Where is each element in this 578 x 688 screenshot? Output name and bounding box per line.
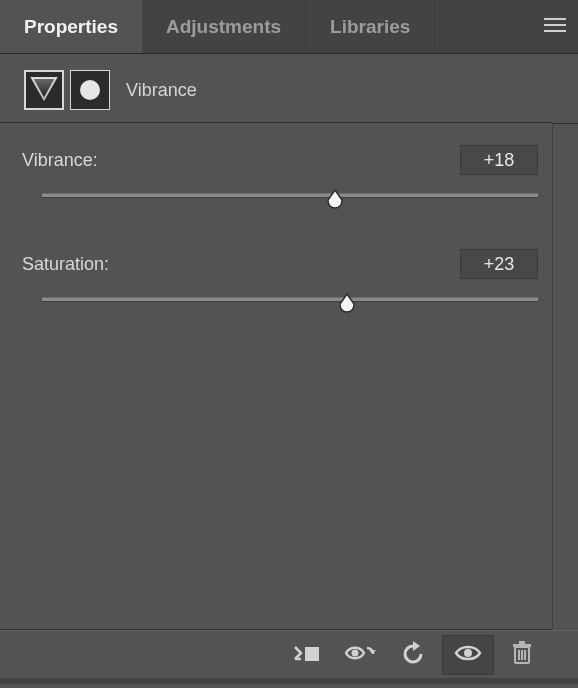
adjustment-header: Vibrance (0, 54, 578, 122)
svg-rect-5 (305, 647, 319, 661)
clip-to-layer-button[interactable] (280, 635, 332, 675)
vibrance-icon (30, 75, 58, 105)
reset-icon (401, 641, 427, 669)
vibrance-value-input[interactable]: +18 (460, 145, 538, 175)
mask-icon (80, 80, 100, 100)
vibrance-slider-handle[interactable] (325, 188, 345, 210)
scroll-gutter (552, 123, 578, 629)
tabbar-spacer (435, 0, 532, 53)
eye-icon (454, 643, 482, 667)
properties-body: Vibrance: +18 Saturation: +23 (0, 122, 552, 630)
visibility-toggle-button[interactable] (442, 635, 494, 675)
svg-point-6 (352, 649, 359, 656)
layer-mask-thumbnail[interactable] (70, 70, 110, 110)
vibrance-row: Vibrance: +18 (22, 145, 540, 215)
menu-icon (544, 18, 566, 36)
adjustment-title: Vibrance (126, 80, 197, 101)
svg-marker-4 (32, 78, 56, 99)
delete-button[interactable] (496, 635, 548, 675)
saturation-value: +23 (484, 254, 515, 275)
saturation-slider[interactable] (42, 297, 538, 319)
reset-button[interactable] (388, 635, 440, 675)
slider-track (42, 297, 538, 302)
saturation-row: Saturation: +23 (22, 249, 540, 319)
slider-track (42, 193, 538, 198)
tab-properties[interactable]: Properties (0, 0, 142, 53)
saturation-slider-handle[interactable] (337, 292, 357, 314)
saturation-label: Saturation: (22, 254, 109, 275)
svg-rect-1 (544, 24, 566, 26)
vibrance-slider[interactable] (42, 193, 538, 215)
panel-bottom-edge (0, 678, 578, 684)
saturation-value-input[interactable]: +23 (460, 249, 538, 279)
svg-rect-2 (544, 30, 566, 32)
svg-marker-8 (413, 641, 420, 651)
view-previous-state-button[interactable] (334, 635, 386, 675)
svg-rect-0 (544, 18, 566, 20)
clip-icon (291, 643, 321, 667)
tab-label: Adjustments (166, 16, 281, 38)
svg-point-9 (464, 649, 472, 657)
tab-adjustments[interactable]: Adjustments (142, 0, 306, 53)
svg-rect-12 (519, 641, 525, 644)
adjustment-type-thumbnail[interactable] (24, 70, 64, 110)
panel-menu-button[interactable] (532, 0, 578, 53)
trash-icon (511, 640, 533, 670)
eye-cycle-icon (343, 642, 377, 668)
svg-rect-11 (513, 644, 531, 647)
vibrance-label: Vibrance: (22, 150, 98, 171)
tab-label: Properties (24, 16, 118, 38)
tab-label: Libraries (330, 16, 410, 38)
panel-tabbar: Properties Adjustments Libraries (0, 0, 578, 54)
properties-footer (0, 630, 578, 678)
tab-libraries[interactable]: Libraries (306, 0, 435, 53)
vibrance-value: +18 (484, 150, 515, 171)
